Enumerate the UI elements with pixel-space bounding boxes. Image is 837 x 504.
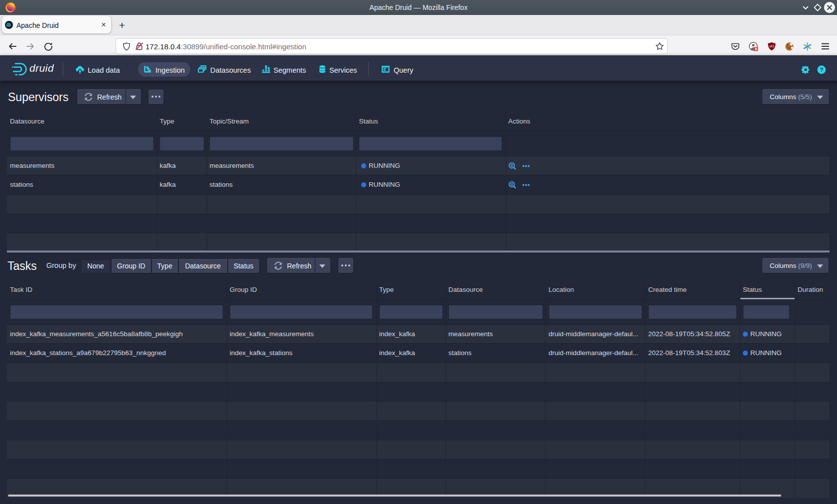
svg-text:uO: uO: [769, 44, 774, 48]
svg-text:?: ?: [820, 66, 823, 73]
